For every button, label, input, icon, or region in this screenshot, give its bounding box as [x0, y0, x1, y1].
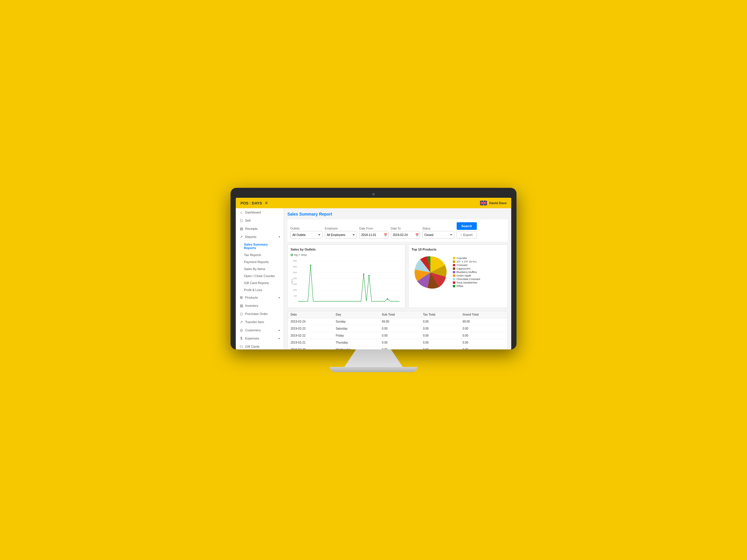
- search-button[interactable]: Search: [457, 222, 477, 230]
- filter-buttons-group: Search ↑ Export: [457, 222, 477, 239]
- pie-chart-container: Cupcake 1¼" x 1¼" GI-H-L C: [411, 254, 505, 291]
- sidebar-item-reports[interactable]: ↗ Reports ▾: [236, 233, 284, 241]
- table-row: 2019-02-23 Saturday 0.00 0.00 0.00: [288, 325, 508, 332]
- home-icon: ⌂: [239, 210, 243, 214]
- outlets-label: Outlets: [290, 227, 323, 230]
- top-products-title: Top 10 Products: [411, 248, 505, 251]
- sidebar-item-purchase-order[interactable]: ◻ Purchase Order: [236, 310, 284, 318]
- sidebar-sub-item-tax-reports[interactable]: Tax Reports: [236, 251, 284, 259]
- status-filter-group: Status Closed Open: [422, 227, 454, 239]
- date-to-filter-group: Date To 📅: [391, 227, 420, 239]
- legend-item-tuna: Tuna Sandwiches: [453, 281, 480, 284]
- svg-text:2000: 2000: [293, 277, 297, 279]
- export-icon: ↑: [460, 233, 462, 237]
- cell-taxtotal: 0.00: [420, 332, 460, 339]
- legend-item-croissant: Croissant: [453, 264, 480, 267]
- monitor-wrapper: POS : DAYS ≡ David Dave: [231, 188, 516, 372]
- inventory-icon: ▤: [239, 303, 243, 308]
- top-nav-left: POS : DAYS ≡: [240, 201, 267, 206]
- monitor-base: [330, 367, 417, 372]
- sidebar-item-label: Purchase Order: [245, 312, 268, 316]
- hamburger-icon[interactable]: ≡: [265, 201, 267, 206]
- svg-point-17: [310, 265, 311, 266]
- color-swatch: [453, 285, 455, 287]
- monitor-stand: [344, 349, 403, 367]
- sidebar-item-products[interactable]: ⊞ Products ▸: [236, 293, 284, 301]
- cell-day: Saturday: [333, 325, 379, 332]
- cell-taxtotal: 0.00: [420, 318, 460, 325]
- cell-date: 2019-02-20: [288, 346, 333, 350]
- status-select[interactable]: Closed Open: [422, 231, 454, 239]
- chevron-right-icon3: ▸: [279, 337, 280, 340]
- sidebar-item-label: Transfer Item: [245, 320, 264, 324]
- sidebar-item-inventory[interactable]: ▤ Inventory: [236, 301, 284, 310]
- sidebar-item-dashboard[interactable]: ⌂ Dashboard: [236, 208, 284, 216]
- cell-grandtotal: 0.00: [460, 339, 508, 346]
- employee-select[interactable]: All Employees: [325, 231, 357, 239]
- svg-point-19: [368, 275, 370, 276]
- content-area: Sales Summary Report Outlets All Outlets…: [284, 208, 511, 349]
- svg-text:1000: 1000: [293, 289, 297, 291]
- sidebar-sub-item-open-close[interactable]: Open / Close Counter: [236, 272, 284, 279]
- color-swatch: [453, 282, 455, 284]
- cell-grandtotal: 69.00: [460, 318, 508, 325]
- color-swatch: [453, 264, 455, 266]
- legend-dot: [291, 254, 293, 256]
- camera-dot: [372, 193, 375, 195]
- data-table-card: Date Day Sub Total Tax Total Grand Total…: [287, 311, 508, 349]
- svg-text:3500: 3500: [293, 260, 297, 262]
- sidebar-item-label: Products: [245, 296, 258, 299]
- sidebar-sub-item-payment-reports[interactable]: Payment Reports: [236, 259, 284, 265]
- cell-grandtotal: 0.00: [460, 346, 508, 350]
- color-swatch: [453, 271, 455, 273]
- color-swatch: [453, 274, 455, 277]
- user-name: David Dave: [489, 201, 507, 205]
- sidebar-sub-item-profit-loss[interactable]: Profit & Loss: [236, 287, 284, 293]
- cell-taxtotal: 0.00: [420, 346, 460, 350]
- cell-subtotal: 69.00: [379, 318, 420, 325]
- date-from-filter-group: Date From 📅: [359, 227, 388, 239]
- customers-icon: ◎: [239, 328, 243, 332]
- color-swatch: [453, 257, 455, 259]
- sidebar-item-sell[interactable]: ◻ Sell: [236, 216, 284, 224]
- export-button[interactable]: ↑ Export: [457, 231, 477, 239]
- table-row: 2019-02-20 Wednesday 0.00 0.00 0.00: [288, 346, 508, 350]
- sidebar-item-receipts[interactable]: ▤ Receipts: [236, 224, 284, 233]
- expenses-icon: $: [239, 336, 243, 340]
- table-row: 2019-02-21 Thursday 0.00 0.00 0.00: [288, 339, 508, 346]
- date-from-wrapper: 📅: [359, 231, 388, 239]
- export-label: Export: [463, 233, 473, 237]
- main-layout: ⌂ Dashboard ◻ Sell ▤ Receipts ↗: [236, 208, 511, 349]
- svg-text:Value: Value: [291, 279, 293, 284]
- sidebar-item-label: Inventory: [245, 304, 258, 308]
- employee-label: Employee: [325, 227, 357, 230]
- outlets-select[interactable]: All Outlets: [290, 231, 323, 239]
- sidebar: ⌂ Dashboard ◻ Sell ▤ Receipts ↗: [236, 208, 284, 349]
- col-taxtotal: Tax Total: [420, 311, 460, 318]
- cell-subtotal: 0.00: [379, 346, 420, 350]
- legend-item-gihl: 1¼" x 1¼" GI-H-L: [453, 260, 480, 263]
- table-row: 2019-02-24 Sunday 69.00 0.00 69.00: [288, 318, 508, 325]
- color-swatch: [453, 278, 455, 280]
- cell-grandtotal: 0.00: [460, 325, 508, 332]
- calendar-icon: 📅: [384, 233, 387, 237]
- line-chart-svg: 3500 3000 2500 2000 1500 1000 500: [291, 258, 402, 303]
- sidebar-item-expenses[interactable]: $ Expenses ▸: [236, 334, 284, 342]
- legend-item-cappuccino: Cappuccino: [453, 267, 480, 270]
- chevron-right-icon: ▸: [279, 296, 280, 299]
- calendar-icon2: 📅: [415, 233, 419, 237]
- cell-date: 2019-02-21: [288, 339, 333, 346]
- svg-text:1500: 1500: [293, 283, 297, 285]
- sidebar-item-gift-cards[interactable]: ◻ Gift Cards: [236, 342, 284, 349]
- sidebar-sub-item-sales-by-items[interactable]: Sales By Items: [236, 265, 284, 272]
- cell-day: Friday: [333, 332, 379, 339]
- cell-date: 2019-02-24: [288, 318, 333, 325]
- sidebar-sub-item-gift-card-reports[interactable]: Gift Card Reports: [236, 279, 284, 287]
- sidebar-item-transfer-item[interactable]: ↗ Transfer Item: [236, 318, 284, 326]
- sidebar-sub-item-sales-summary[interactable]: Sales Summary Reports: [236, 241, 284, 251]
- legend-item-cupcake: Cupcake: [453, 257, 480, 260]
- sidebar-item-customers[interactable]: ◎ Customers ▸: [236, 326, 284, 334]
- app-container: POS : DAYS ≡ David Dave: [236, 198, 511, 349]
- sidebar-item-label: Expenses: [245, 337, 259, 340]
- cell-day: Thursday: [333, 339, 379, 346]
